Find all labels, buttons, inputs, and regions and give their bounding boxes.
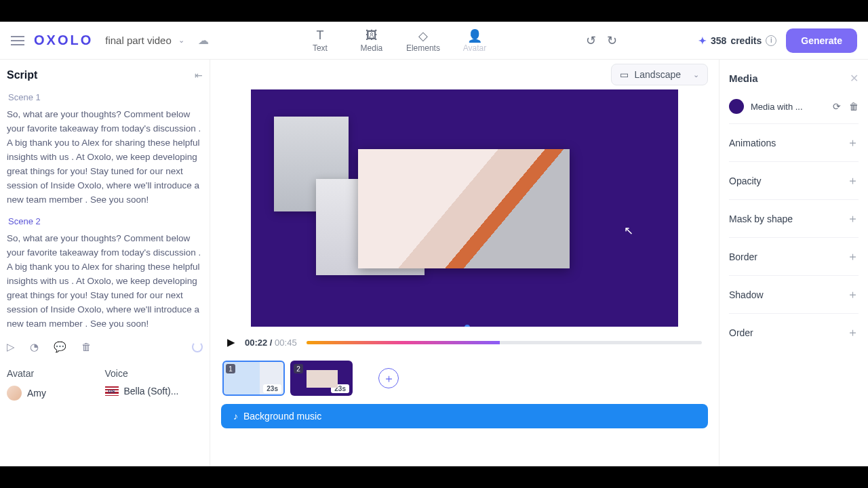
prop-order[interactable]: Order＋	[729, 313, 859, 351]
voice-heading: Voice	[105, 368, 203, 379]
progress-marker[interactable]	[465, 325, 470, 327]
prop-shadow[interactable]: Shadow＋	[729, 275, 859, 313]
scene-label[interactable]: Scene 2	[8, 216, 201, 226]
cloud-sync-icon[interactable]: ☁	[198, 34, 209, 47]
delete-script-icon[interactable]: 🗑	[81, 341, 92, 352]
seek-fill	[307, 341, 500, 344]
top-bar: OXOLO final part video ⌄ ☁ T Text 🖼 Medi…	[0, 22, 868, 60]
video-canvas[interactable]: ↖	[251, 89, 678, 327]
credits-display[interactable]: ✦ 358 credits i	[698, 35, 776, 46]
avatar-heading: Avatar	[7, 368, 105, 379]
color-swatch	[729, 99, 744, 114]
prop-mask[interactable]: Mask by shape＋	[729, 199, 859, 237]
flag-icon: us	[105, 386, 119, 396]
tool-media[interactable]: 🖼 Media	[347, 24, 396, 57]
tool-elements[interactable]: ◇ Elements	[399, 24, 448, 57]
scene-text[interactable]: So, what are your thoughts? Comment belo…	[7, 232, 203, 331]
menu-icon[interactable]	[11, 33, 24, 48]
generate-button[interactable]: Generate	[786, 28, 857, 53]
close-icon[interactable]: ✕	[850, 72, 859, 85]
avatar-thumbnail	[7, 386, 22, 401]
project-title: final part video	[105, 35, 172, 46]
tool-avatar: 👤 Avatar	[450, 24, 499, 57]
info-icon[interactable]: i	[766, 35, 776, 46]
scene-thumbnail[interactable]: 2 23s	[290, 361, 353, 396]
inspector-title: Media	[729, 73, 758, 84]
chevron-down-icon: ⌄	[693, 70, 699, 79]
avatar-selector[interactable]: Amy	[7, 386, 105, 401]
replace-icon[interactable]: ⟳	[833, 101, 841, 112]
script-actions: ▷ ◔ 💬 🗑	[7, 341, 203, 353]
collapse-panel-icon[interactable]: ⇤	[195, 70, 203, 81]
app-frame: OXOLO final part video ⌄ ☁ T Text 🖼 Medi…	[0, 22, 868, 466]
sparkle-icon: ✦	[698, 35, 707, 46]
script-heading: Script	[7, 69, 37, 81]
background-music-button[interactable]: ♪ Background music	[221, 404, 708, 428]
plus-icon: ＋	[847, 173, 859, 188]
music-icon: ♪	[233, 411, 238, 422]
prop-opacity[interactable]: Opacity＋	[729, 161, 859, 199]
voice-selector[interactable]: us Bella (Soft)...	[105, 386, 203, 396]
seek-track[interactable]	[307, 341, 702, 344]
history-controls: ↺ ↻	[586, 33, 617, 48]
scene-strip: 1 23s 2 23s ＋	[222, 361, 708, 396]
logo: OXOLO	[34, 33, 93, 48]
canvas-area: ▭ Landscape ⌄ ↖ ▶ 00:22 / 00:45	[210, 60, 719, 466]
landscape-icon: ▭	[620, 69, 629, 80]
project-title-dropdown[interactable]: final part video ⌄	[105, 35, 184, 46]
selected-media-item[interactable]: Media with ... ⟳ 🗑	[729, 89, 859, 123]
playback-bar: ▶ 00:22 / 00:45	[227, 336, 702, 348]
add-scene-button[interactable]: ＋	[378, 368, 399, 388]
play-script-icon[interactable]: ▷	[7, 341, 15, 353]
prop-animations[interactable]: Animations＋	[729, 123, 859, 161]
script-panel: Script ⇤ Scene 1 So, what are your thoug…	[0, 60, 210, 466]
cursor-icon: ↖	[624, 224, 633, 238]
plus-icon: ＋	[847, 135, 859, 150]
avatar-icon: 👤	[467, 28, 482, 43]
plus-icon: ＋	[847, 211, 859, 226]
plus-icon: ＋	[847, 325, 859, 340]
loading-spinner-icon	[192, 342, 203, 352]
duration-icon[interactable]: ◔	[30, 341, 39, 353]
canvas-media-layer[interactable]	[358, 149, 570, 268]
play-icon[interactable]: ▶	[227, 336, 235, 348]
main-body: Script ⇤ Scene 1 So, what are your thoug…	[0, 60, 868, 466]
undo-icon[interactable]: ↺	[586, 33, 596, 48]
delete-icon[interactable]: 🗑	[849, 101, 859, 112]
text-icon: T	[316, 28, 323, 43]
image-icon: 🖼	[366, 28, 378, 43]
redo-icon[interactable]: ↻	[607, 33, 617, 48]
prop-border[interactable]: Border＋	[729, 237, 859, 275]
orientation-dropdown[interactable]: ▭ Landscape ⌄	[611, 64, 708, 85]
inspector-panel: Media ✕ Media with ... ⟳ 🗑 Animations＋ O…	[719, 60, 868, 466]
shapes-icon: ◇	[418, 28, 428, 43]
comment-icon[interactable]: 💬	[54, 341, 66, 353]
time-display: 00:22 / 00:45	[245, 338, 297, 348]
plus-icon: ＋	[847, 287, 859, 302]
scene-label[interactable]: Scene 1	[8, 92, 201, 102]
scene-thumbnail[interactable]: 1 23s	[222, 361, 285, 396]
plus-icon: ＋	[847, 249, 859, 264]
chevron-down-icon: ⌄	[178, 36, 184, 45]
tool-text[interactable]: T Text	[296, 24, 344, 57]
tool-tabs: T Text 🖼 Media ◇ Elements 👤 Avatar	[296, 24, 499, 57]
scene-text[interactable]: So, what are your thoughts? Comment belo…	[7, 108, 203, 207]
